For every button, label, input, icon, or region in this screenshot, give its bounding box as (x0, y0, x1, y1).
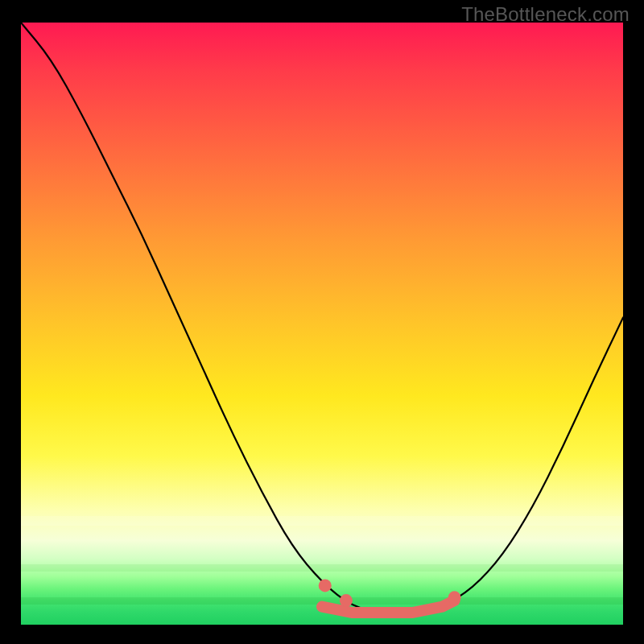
highlight-dot (319, 579, 332, 592)
plot-area (21, 23, 623, 625)
highlight-dot (448, 591, 461, 604)
highlight-dot (340, 594, 353, 607)
curve-layer (21, 23, 623, 625)
bottleneck-curve (21, 23, 623, 613)
watermark-text: TheBottleneck.com (461, 3, 630, 26)
chart-frame: TheBottleneck.com (0, 0, 644, 644)
